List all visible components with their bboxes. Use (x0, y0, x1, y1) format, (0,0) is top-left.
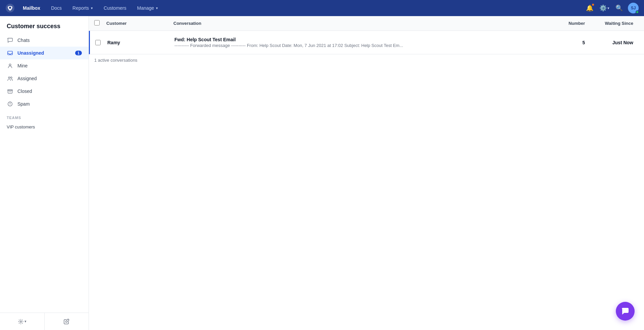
closed-label: Closed (17, 89, 82, 94)
chat-icon (7, 37, 13, 44)
archive-icon (7, 88, 13, 95)
sidebar-item-unassigned[interactable]: Unassigned 1 (0, 47, 89, 59)
notification-badge (592, 3, 594, 6)
search-button[interactable]: 🔍 (613, 2, 625, 14)
assigned-label: Assigned (17, 76, 82, 81)
svg-point-8 (10, 105, 10, 105)
settings-dropdown-chevron-icon: ▾ (24, 319, 26, 324)
sidebar-item-spam[interactable]: Spam (0, 98, 89, 110)
row-checkbox[interactable] (95, 40, 101, 45)
sidebar-item-mine[interactable]: Mine (0, 59, 89, 72)
select-all-checkbox-cell (94, 20, 106, 27)
svg-point-4 (8, 77, 10, 78)
customer-column-header: Customer (106, 21, 173, 26)
app-layout: Customer success Chats Unassigned 1 (0, 0, 644, 330)
svg-rect-6 (8, 90, 12, 91)
conversation-preview: ---------- Forwarded message ---------- … (174, 43, 546, 48)
mine-label: Mine (17, 63, 82, 68)
settings-button[interactable]: ⚙️ ▾ (598, 2, 610, 14)
spam-icon (7, 101, 13, 107)
sidebar-title: Customer success (0, 16, 89, 34)
chats-label: Chats (17, 38, 82, 43)
row-checkbox-cell (95, 40, 107, 45)
sidebar-item-closed[interactable]: Closed (0, 85, 89, 98)
topnav-icon-group: 🔔 ⚙️ ▾ 🔍 SJ (584, 2, 639, 14)
reports-chevron-icon: ▾ (91, 6, 93, 10)
sidebar-item-assigned[interactable]: Assigned (0, 72, 89, 85)
top-navigation: Mailbox Docs Reports ▾ Customers Manage … (0, 0, 644, 16)
sidebar: Customer success Chats Unassigned 1 (0, 16, 89, 330)
person-icon (7, 62, 13, 69)
unassigned-label: Unassigned (17, 50, 71, 56)
nav-reports[interactable]: Reports ▾ (68, 3, 97, 13)
svg-point-3 (9, 64, 11, 66)
unassigned-badge: 1 (75, 51, 82, 55)
sidebar-settings-button[interactable]: ▾ (0, 313, 44, 330)
user-avatar[interactable]: SJ (628, 3, 639, 13)
sidebar-nav: Chats Unassigned 1 Mine (0, 34, 89, 313)
spam-label: Spam (17, 101, 82, 107)
sidebar-team-vip[interactable]: VIP customers (0, 122, 89, 132)
conversation-title: Fwd: Help Scout Test Email (174, 37, 546, 42)
svg-point-5 (10, 77, 12, 78)
svg-point-9 (20, 321, 22, 322)
users-icon (7, 75, 13, 82)
nav-manage[interactable]: Manage ▾ (133, 3, 162, 13)
sidebar-footer: ▾ (0, 313, 89, 330)
conversation-content: Fwd: Help Scout Test Email ---------- Fo… (174, 37, 551, 48)
compose-button[interactable] (45, 313, 89, 330)
table-header: Customer Conversation Number Waiting Sin… (89, 16, 644, 31)
online-status-badge (636, 10, 639, 14)
nav-customers[interactable]: Customers (100, 3, 130, 13)
main-content: Customer Conversation Number Waiting Sin… (89, 16, 644, 330)
teams-section-title: TEAMS (0, 110, 89, 122)
settings-chevron-icon: ▾ (607, 6, 609, 10)
waiting-since-value: Just Now (585, 40, 639, 45)
table-row[interactable]: Ramy Fwd: Help Scout Test Email --------… (89, 31, 644, 54)
customer-name: Ramy (107, 40, 174, 45)
conversation-column-header: Conversation (173, 21, 551, 26)
number-column-header: Number (551, 21, 585, 26)
inbox-icon (7, 50, 13, 56)
select-all-checkbox[interactable] (94, 20, 100, 25)
notifications-button[interactable]: 🔔 (584, 2, 596, 14)
floating-chat-button[interactable] (616, 302, 635, 321)
active-conversations-count: 1 active conversations (89, 54, 644, 66)
app-logo[interactable] (5, 3, 15, 13)
sidebar-item-chats[interactable]: Chats (0, 34, 89, 47)
manage-chevron-icon: ▾ (156, 6, 158, 10)
waiting-since-column-header: Waiting Since (585, 21, 639, 26)
nav-docs[interactable]: Docs (47, 3, 66, 13)
conversation-number: 5 (551, 40, 585, 45)
nav-mailbox[interactable]: Mailbox (19, 3, 44, 13)
svg-point-1 (9, 7, 11, 9)
